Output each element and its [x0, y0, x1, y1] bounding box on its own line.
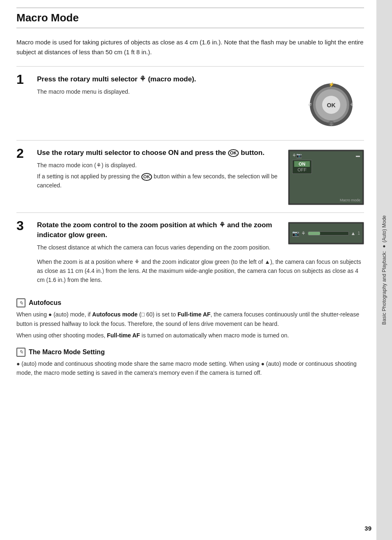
step-2-wrapper: 2 Use the rotary multi selector to choos…	[16, 140, 364, 205]
step-2-instruction: Use the rotary multi selector to choose …	[37, 148, 280, 158]
step-3-desc1: The closest distance at which the camera…	[37, 243, 280, 252]
step-2-number: 2	[16, 146, 33, 161]
svg-text:OK: OK	[327, 102, 336, 108]
step-3-instruction: Rotate the zoom control to the zoom posi…	[37, 220, 280, 240]
side-tab-text: Basic Photography and Playback: ● (Auto)…	[381, 215, 388, 325]
step-1-wrapper: 1 Press the rotary multi selector ⚘ (mac…	[16, 66, 364, 133]
step-3-image: 📷 ⚘ ▲ 1	[288, 220, 364, 245]
page-number: 39	[364, 525, 371, 532]
step-2-image: ⚘📷 ▬ ON OFF Macro mode	[288, 148, 364, 205]
step-1-content: Press the rotary multi selector ⚘ (macro…	[37, 74, 364, 133]
page-title-bar: Macro Mode	[16, 7, 364, 28]
step-1: 1 Press the rotary multi selector ⚘ (mac…	[16, 74, 364, 133]
camera-icon: 📷	[292, 230, 299, 237]
side-tab: Basic Photography and Playback: ● (Auto)…	[376, 0, 392, 540]
note-autofocus-title: Autofocus	[29, 299, 61, 307]
mountain-icon: ▲	[351, 231, 356, 236]
svg-text:⚡: ⚡	[328, 81, 334, 88]
step-2-desc2: If a setting is not applied by pressing …	[37, 172, 280, 190]
notes-section: ✎ Autofocus When using ● (auto) mode, if…	[16, 298, 364, 377]
step-3-desc2: When the zoom is at a position where ⚘ a…	[37, 258, 364, 284]
macro-zoom-icon: ⚘	[301, 231, 306, 236]
svg-text:↺: ↺	[308, 102, 312, 108]
note-macro-setting-icon: ✎	[16, 348, 25, 357]
note-autofocus-p1: When using ● (auto) mode, if Autofocus m…	[16, 310, 364, 328]
note-macro-setting-title: The Macro Mode Setting	[29, 348, 105, 356]
zoom-fill	[308, 232, 320, 235]
step-2-desc1: The macro mode icon (⚘) is displayed.	[37, 161, 280, 170]
note-macro-setting: ✎ The Macro Mode Setting ● (auto) mode a…	[16, 348, 364, 378]
rotary-selector-svg: OK ⚡ ↺ ⚘ ⚘	[298, 74, 364, 132]
page-title: Macro Mode	[16, 12, 79, 24]
step-2-content: Use the rotary multi selector to choose …	[37, 148, 364, 205]
step-1-number: 1	[16, 72, 33, 87]
step-3-content: Rotate the zoom control to the zoom posi…	[37, 220, 364, 287]
note-autofocus-icon: ✎	[16, 298, 25, 307]
step-1-description: The macro mode menu is displayed.	[37, 88, 290, 97]
step-1-instruction: Press the rotary multi selector ⚘ (macro…	[37, 74, 290, 84]
step-3: 3 Rotate the zoom control to the zoom po…	[16, 220, 364, 287]
zoom-bar-img: 📷 ⚘ ▲ 1	[288, 222, 364, 245]
step-3-wrapper: 3 Rotate the zoom control to the zoom po…	[16, 212, 364, 287]
note-autofocus-header: ✎ Autofocus	[16, 298, 364, 307]
step-3-number: 3	[16, 219, 33, 233]
note-macro-setting-p1: ● (auto) mode and continuous shooting mo…	[16, 359, 364, 378]
note-autofocus-p2: When using other shooting modes, Full-ti…	[16, 331, 364, 340]
step-1-image: OK ⚡ ↺ ⚘ ⚘	[298, 74, 364, 133]
macro-screen: ⚘📷 ▬ ON OFF Macro mode	[288, 150, 364, 205]
step-2: 2 Use the rotary multi selector to choos…	[16, 148, 364, 205]
zoom-indicator-bar	[308, 231, 349, 235]
note-autofocus: ✎ Autofocus When using ● (auto) mode, if…	[16, 298, 364, 340]
svg-point-9	[328, 120, 334, 126]
svg-text:⚘: ⚘	[350, 102, 354, 108]
intro-text: Macro mode is used for taking pictures o…	[16, 37, 364, 57]
note-macro-setting-header: ✎ The Macro Mode Setting	[16, 348, 364, 357]
zoom-number: 1	[357, 231, 360, 235]
